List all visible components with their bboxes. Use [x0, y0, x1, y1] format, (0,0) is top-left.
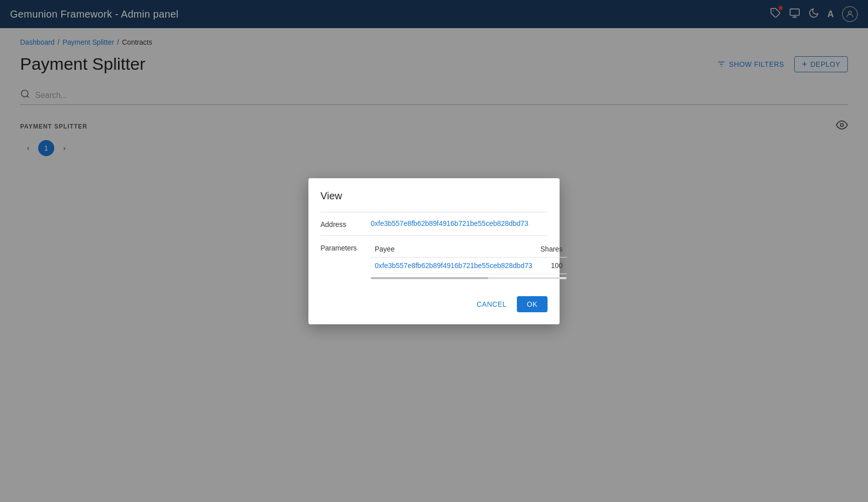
parameters-label: Parameters — [320, 243, 371, 252]
shares-cell: 100 — [536, 257, 567, 274]
col-shares-header: Shares — [536, 243, 567, 258]
col-payee-header: Payee — [371, 243, 536, 258]
scroll-track — [371, 277, 567, 279]
params-scroll[interactable]: Payee Shares 0xfe3b557e8fb62b89f4916b721… — [371, 243, 567, 279]
payee-cell[interactable]: 0xfe3b557e8fb62b89f4916b721be55ceb828dbd… — [371, 257, 536, 274]
dialog-title: View — [320, 190, 548, 202]
params-table: Payee Shares 0xfe3b557e8fb62b89f4916b721… — [371, 243, 567, 274]
address-value[interactable]: 0xfe3b557e8fb62b89f4916b721be55ceb828dbd… — [371, 219, 528, 227]
modal-overlay: View Address 0xfe3b557e8fb62b89f4916b721… — [0, 0, 868, 502]
dialog-actions: CANCEL OK — [320, 296, 548, 312]
address-row: Address 0xfe3b557e8fb62b89f4916b721be55c… — [320, 212, 548, 235]
table-row: 0xfe3b557e8fb62b89f4916b721be55ceb828dbd… — [371, 257, 567, 274]
ok-button[interactable]: OK — [517, 296, 548, 312]
view-dialog: View Address 0xfe3b557e8fb62b89f4916b721… — [308, 178, 560, 324]
address-label: Address — [320, 219, 371, 228]
parameters-container: Payee Shares 0xfe3b557e8fb62b89f4916b721… — [371, 243, 567, 279]
cancel-button[interactable]: CANCEL — [471, 296, 513, 312]
scroll-thumb — [371, 277, 488, 279]
parameters-row: Parameters Payee Shares 0xfe3b557e8fb62b… — [320, 235, 548, 286]
